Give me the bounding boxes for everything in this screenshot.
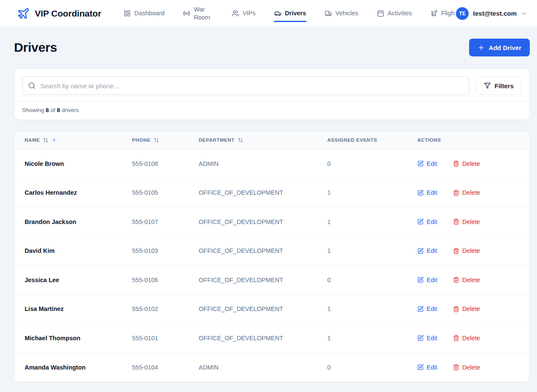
trash-icon: [453, 277, 459, 283]
driver-assigned-events: 0: [327, 364, 417, 371]
driver-name: Brandon Jackson: [25, 218, 132, 225]
nav-item-vips[interactable]: VIPs: [231, 5, 256, 22]
nav-item-label: Activities: [388, 9, 412, 17]
table-row: Michael Thompson 555-0101 OFFICE_OF_DEVE…: [14, 324, 529, 353]
nav-item-drivers[interactable]: Drivers: [274, 5, 306, 22]
drivers-icon: [274, 10, 281, 17]
driver-name: Amanda Washington: [25, 364, 132, 371]
nav-item-label: Dashboard: [134, 9, 164, 17]
column-header-label: Department: [199, 137, 235, 143]
driver-phone: 555-0103: [132, 247, 199, 254]
plane-logo-icon: [17, 7, 30, 20]
column-header-assigned-events: Assigned Events: [327, 137, 417, 143]
trash-icon: [453, 248, 459, 254]
user-menu[interactable]: TE test@test.com: [455, 0, 528, 27]
row-actions: Edit Delete: [417, 189, 519, 196]
row-actions: Edit Delete: [417, 247, 519, 254]
driver-name: Carlos Hernandez: [25, 189, 132, 196]
summary-shown-count: 8: [46, 107, 49, 113]
driver-department: OFFICE_OF_DEVELOPMENT: [199, 277, 327, 283]
delete-button[interactable]: Delete: [453, 247, 480, 254]
edit-button[interactable]: Edit: [417, 364, 437, 371]
driver-department: OFFICE_OF_DEVELOPMENT: [199, 335, 327, 342]
edit-button[interactable]: Edit: [417, 335, 437, 342]
nav-item-activities[interactable]: Activities: [377, 5, 412, 22]
driver-name: Jessica Lee: [25, 277, 132, 283]
table-row: Lisa Martinez 555-0102 OFFICE_OF_DEVELOP…: [14, 295, 529, 324]
nav-item-label: VIPs: [242, 9, 256, 17]
delete-button[interactable]: Delete: [453, 335, 480, 342]
user-email: test@test.com: [473, 10, 517, 17]
edit-button[interactable]: Edit: [417, 305, 437, 312]
add-driver-label: Add Driver: [489, 44, 521, 51]
delete-button[interactable]: Delete: [453, 277, 480, 283]
nav-item-vehicles[interactable]: Vehicles: [324, 5, 359, 22]
driver-assigned-events: 1: [327, 247, 417, 254]
edit-icon: [417, 277, 424, 283]
filters-label: Filters: [495, 82, 514, 90]
edit-icon: [417, 218, 424, 225]
row-actions: Edit Delete: [417, 335, 519, 342]
page-title: Drivers: [14, 40, 57, 55]
search-icon: [28, 82, 36, 90]
row-actions: Edit Delete: [417, 364, 519, 371]
edit-icon: [417, 160, 424, 167]
driver-assigned-events: 0: [327, 277, 417, 283]
driver-name: Nicole Brown: [25, 160, 132, 167]
search-input[interactable]: [22, 76, 469, 95]
table-row: Amanda Washington 555-0104 ADMIN 0 Edit …: [14, 353, 529, 382]
edit-icon: [417, 306, 424, 312]
search-row: Filters: [22, 76, 522, 95]
summary-total-count: 8: [57, 107, 60, 113]
trash-icon: [453, 190, 459, 196]
nav-item-label: War Room: [194, 6, 213, 22]
dashboard-icon: [124, 10, 131, 17]
row-actions: Edit Delete: [417, 218, 519, 225]
delete-button[interactable]: Delete: [453, 218, 480, 225]
delete-button[interactable]: Delete: [453, 364, 480, 371]
table-row: Brandon Jackson 555-0107 OFFICE_OF_DEVEL…: [14, 207, 529, 237]
activities-icon: [377, 10, 384, 17]
search-panel: Filters Showing 8 of 8 drivers: [14, 68, 530, 120]
driver-name: David Kim: [25, 247, 132, 254]
filters-button[interactable]: Filters: [476, 76, 522, 95]
page-header: Drivers Add Driver: [14, 39, 530, 56]
table-row: Carlos Hernandez 555-0105 OFFICE_OF_DEVE…: [14, 179, 529, 208]
nav-item-war-room[interactable]: War Room: [183, 1, 214, 26]
chevron-down-icon: [521, 10, 528, 17]
table-row: Jessica Lee 555-0106 OFFICE_OF_DEVELOPME…: [14, 266, 529, 295]
plus-icon: [478, 44, 485, 51]
nav-item-label: Vehicles: [335, 9, 358, 17]
driver-assigned-events: 1: [327, 218, 417, 225]
driver-phone: 555-0101: [132, 335, 199, 342]
column-header-actions: Actions: [417, 137, 519, 143]
column-header-department[interactable]: Department: [199, 137, 327, 143]
driver-department: OFFICE_OF_DEVELOPMENT: [199, 189, 327, 196]
summary-suffix: drivers: [62, 107, 79, 113]
edit-button[interactable]: Edit: [417, 218, 437, 225]
delete-button[interactable]: Delete: [453, 305, 480, 312]
driver-assigned-events: 1: [327, 189, 417, 196]
delete-button[interactable]: Delete: [453, 189, 480, 196]
driver-department: ADMIN: [199, 364, 327, 371]
edit-button[interactable]: Edit: [417, 189, 437, 196]
driver-assigned-events: 0: [327, 160, 417, 167]
add-driver-button[interactable]: Add Driver: [469, 39, 530, 56]
edit-button[interactable]: Edit: [417, 277, 437, 283]
results-summary: Showing 8 of 8 drivers: [22, 101, 522, 120]
main-content: Drivers Add Driver Filters Showing 8 of …: [0, 39, 537, 382]
edit-button[interactable]: Edit: [417, 247, 437, 254]
column-header-name[interactable]: Name: [25, 137, 132, 143]
table-row: David Kim 555-0103 OFFICE_OF_DEVELOPMENT…: [14, 237, 529, 266]
avatar[interactable]: TE: [456, 7, 469, 20]
table-body: Nicole Brown 555-0108 ADMIN 0 Edit Delet…: [14, 149, 529, 382]
driver-name: Michael Thompson: [25, 335, 132, 342]
edit-button[interactable]: Edit: [417, 160, 437, 167]
summary-of: of: [51, 107, 55, 113]
summary-prefix: Showing: [22, 107, 44, 113]
nav-item-dashboard[interactable]: Dashboard: [123, 5, 165, 22]
search-box: [22, 76, 469, 95]
column-header-phone[interactable]: Phone: [132, 137, 199, 143]
table-row: Nicole Brown 555-0108 ADMIN 0 Edit Delet…: [14, 149, 529, 179]
delete-button[interactable]: Delete: [453, 160, 480, 167]
